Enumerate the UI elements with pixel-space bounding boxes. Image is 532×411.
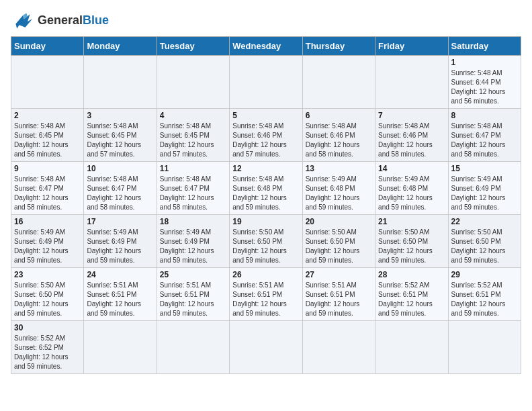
calendar-day-empty [11, 56, 84, 109]
calendar-day-7: 7Sunrise: 5:48 AMSunset: 6:46 PMDaylight… [375, 109, 448, 162]
day-info: Sunrise: 5:52 AMSunset: 6:51 PMDaylight:… [378, 281, 445, 318]
day-info: Sunrise: 5:51 AMSunset: 6:51 PMDaylight:… [87, 281, 153, 318]
calendar-day-29: 29Sunrise: 5:52 AMSunset: 6:51 PMDayligh… [448, 268, 521, 321]
day-info: Sunrise: 5:49 AMSunset: 6:48 PMDaylight:… [306, 175, 372, 212]
day-number: 16 [14, 217, 81, 226]
day-info: Sunrise: 5:50 AMSunset: 6:50 PMDaylight:… [451, 228, 518, 265]
calendar-day-empty [84, 321, 157, 374]
day-number: 13 [306, 164, 372, 173]
calendar-day-24: 24Sunrise: 5:51 AMSunset: 6:51 PMDayligh… [84, 268, 157, 321]
calendar-day-28: 28Sunrise: 5:52 AMSunset: 6:51 PMDayligh… [375, 268, 448, 321]
calendar-day-12: 12Sunrise: 5:48 AMSunset: 6:48 PMDayligh… [230, 162, 302, 215]
day-info: Sunrise: 5:49 AMSunset: 6:49 PMDaylight:… [87, 228, 153, 265]
calendar-day-empty [84, 56, 157, 109]
day-number: 3 [87, 111, 153, 120]
day-number: 27 [306, 270, 372, 279]
day-info: Sunrise: 5:48 AMSunset: 6:44 PMDaylight:… [451, 68, 518, 106]
day-number: 23 [14, 270, 81, 279]
calendar-week-row: 16Sunrise: 5:49 AMSunset: 6:49 PMDayligh… [11, 215, 521, 268]
calendar-day-empty [375, 56, 448, 109]
logo-text: GeneralBlue [38, 14, 109, 28]
calendar-day-empty [375, 321, 448, 374]
day-number: 29 [451, 270, 518, 279]
day-info: Sunrise: 5:48 AMSunset: 6:46 PMDaylight:… [378, 122, 445, 159]
weekday-header-wednesday: Wednesday [230, 37, 302, 56]
day-number: 6 [306, 111, 372, 120]
day-info: Sunrise: 5:48 AMSunset: 6:46 PMDaylight:… [232, 122, 299, 159]
day-number: 25 [160, 270, 226, 279]
calendar-day-16: 16Sunrise: 5:49 AMSunset: 6:49 PMDayligh… [11, 215, 84, 268]
day-number: 9 [14, 164, 81, 173]
calendar-day-9: 9Sunrise: 5:48 AMSunset: 6:47 PMDaylight… [11, 162, 84, 215]
weekday-header-monday: Monday [84, 37, 157, 56]
day-number: 24 [87, 270, 153, 279]
calendar-day-empty [302, 321, 375, 374]
calendar-day-5: 5Sunrise: 5:48 AMSunset: 6:46 PMDaylight… [230, 109, 302, 162]
calendar-day-13: 13Sunrise: 5:49 AMSunset: 6:48 PMDayligh… [302, 162, 375, 215]
day-info: Sunrise: 5:50 AMSunset: 6:50 PMDaylight:… [232, 228, 299, 265]
weekday-header-tuesday: Tuesday [157, 37, 229, 56]
day-number: 28 [378, 270, 445, 279]
calendar-day-19: 19Sunrise: 5:50 AMSunset: 6:50 PMDayligh… [230, 215, 302, 268]
day-number: 10 [87, 164, 153, 173]
calendar-day-14: 14Sunrise: 5:49 AMSunset: 6:48 PMDayligh… [375, 162, 448, 215]
logo: GeneralBlue [11, 11, 109, 31]
day-number: 5 [232, 111, 299, 120]
calendar-week-row: 1Sunrise: 5:48 AMSunset: 6:44 PMDaylight… [11, 56, 521, 109]
calendar-day-8: 8Sunrise: 5:48 AMSunset: 6:47 PMDaylight… [448, 109, 521, 162]
calendar-week-row: 30Sunrise: 5:52 AMSunset: 6:52 PMDayligh… [11, 321, 521, 374]
day-info: Sunrise: 5:50 AMSunset: 6:50 PMDaylight:… [306, 228, 372, 265]
day-number: 2 [14, 111, 81, 120]
day-info: Sunrise: 5:48 AMSunset: 6:45 PMDaylight:… [14, 122, 81, 159]
weekday-header-thursday: Thursday [302, 37, 375, 56]
day-info: Sunrise: 5:52 AMSunset: 6:52 PMDaylight:… [14, 334, 81, 371]
weekday-header-saturday: Saturday [448, 37, 521, 56]
day-number: 11 [160, 164, 226, 173]
calendar-day-15: 15Sunrise: 5:49 AMSunset: 6:49 PMDayligh… [448, 162, 521, 215]
day-info: Sunrise: 5:50 AMSunset: 6:50 PMDaylight:… [14, 281, 81, 318]
calendar-day-3: 3Sunrise: 5:48 AMSunset: 6:45 PMDaylight… [84, 109, 157, 162]
day-number: 15 [451, 164, 518, 173]
calendar-day-17: 17Sunrise: 5:49 AMSunset: 6:49 PMDayligh… [84, 215, 157, 268]
day-number: 20 [306, 217, 372, 226]
calendar-day-empty [157, 56, 229, 109]
calendar-day-20: 20Sunrise: 5:50 AMSunset: 6:50 PMDayligh… [302, 215, 375, 268]
weekday-header-sunday: Sunday [11, 37, 84, 56]
day-number: 21 [378, 217, 445, 226]
day-info: Sunrise: 5:48 AMSunset: 6:47 PMDaylight:… [160, 175, 226, 212]
weekday-header-row: SundayMondayTuesdayWednesdayThursdayFrid… [11, 37, 521, 56]
day-number: 22 [451, 217, 518, 226]
day-info: Sunrise: 5:51 AMSunset: 6:51 PMDaylight:… [306, 281, 372, 318]
day-info: Sunrise: 5:51 AMSunset: 6:51 PMDaylight:… [160, 281, 226, 318]
day-number: 7 [378, 111, 445, 120]
calendar-day-27: 27Sunrise: 5:51 AMSunset: 6:51 PMDayligh… [302, 268, 375, 321]
calendar-day-11: 11Sunrise: 5:48 AMSunset: 6:47 PMDayligh… [157, 162, 229, 215]
day-info: Sunrise: 5:48 AMSunset: 6:47 PMDaylight:… [14, 175, 81, 212]
day-info: Sunrise: 5:48 AMSunset: 6:48 PMDaylight:… [232, 175, 299, 212]
day-info: Sunrise: 5:48 AMSunset: 6:45 PMDaylight:… [160, 122, 226, 159]
day-number: 1 [451, 58, 518, 67]
calendar-day-6: 6Sunrise: 5:48 AMSunset: 6:46 PMDaylight… [302, 109, 375, 162]
day-info: Sunrise: 5:49 AMSunset: 6:49 PMDaylight:… [451, 175, 518, 212]
day-number: 8 [451, 111, 518, 120]
calendar-week-row: 23Sunrise: 5:50 AMSunset: 6:50 PMDayligh… [11, 268, 521, 321]
day-info: Sunrise: 5:51 AMSunset: 6:51 PMDaylight:… [232, 281, 299, 318]
calendar-day-empty [230, 321, 302, 374]
calendar-day-10: 10Sunrise: 5:48 AMSunset: 6:47 PMDayligh… [84, 162, 157, 215]
day-info: Sunrise: 5:49 AMSunset: 6:49 PMDaylight:… [14, 228, 81, 265]
calendar-week-row: 2Sunrise: 5:48 AMSunset: 6:45 PMDaylight… [11, 109, 521, 162]
day-info: Sunrise: 5:48 AMSunset: 6:45 PMDaylight:… [87, 122, 153, 159]
calendar-day-22: 22Sunrise: 5:50 AMSunset: 6:50 PMDayligh… [448, 215, 521, 268]
calendar-day-18: 18Sunrise: 5:49 AMSunset: 6:49 PMDayligh… [157, 215, 229, 268]
day-info: Sunrise: 5:52 AMSunset: 6:51 PMDaylight:… [451, 281, 518, 318]
day-number: 30 [14, 323, 81, 332]
day-info: Sunrise: 5:49 AMSunset: 6:48 PMDaylight:… [378, 175, 445, 212]
day-number: 14 [378, 164, 445, 173]
calendar-day-4: 4Sunrise: 5:48 AMSunset: 6:45 PMDaylight… [157, 109, 229, 162]
day-number: 12 [232, 164, 299, 173]
logo-icon [11, 11, 35, 31]
calendar-day-empty [448, 321, 521, 374]
day-info: Sunrise: 5:49 AMSunset: 6:49 PMDaylight:… [160, 228, 226, 265]
calendar-day-empty [302, 56, 375, 109]
day-info: Sunrise: 5:50 AMSunset: 6:50 PMDaylight:… [378, 228, 445, 265]
